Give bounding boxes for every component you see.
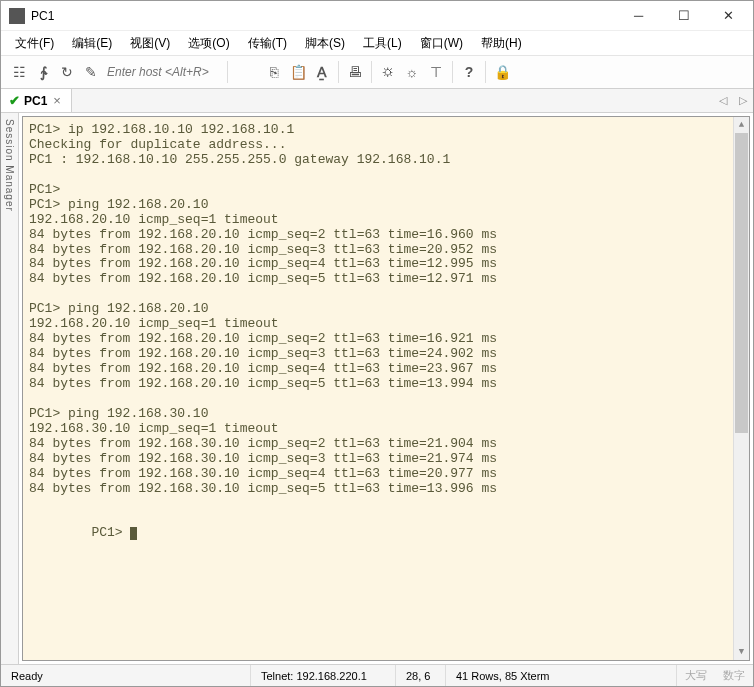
menu-script[interactable]: 脚本(S) bbox=[297, 33, 353, 54]
app-window: PC1 ─ ☐ ✕ 文件(F) 编辑(E) 视图(V) 选项(O) 传输(T) … bbox=[0, 0, 754, 687]
toolbar-separator bbox=[227, 61, 228, 83]
session-options-icon[interactable]: ☼ bbox=[400, 60, 424, 84]
session-manager-panel-tab[interactable]: Session Manager bbox=[1, 113, 19, 664]
status-terminal-info: 41 Rows, 85 Xterm bbox=[446, 665, 677, 686]
tab-label: PC1 bbox=[24, 94, 47, 108]
copy-icon[interactable]: ⎘ bbox=[262, 60, 286, 84]
paste-icon[interactable]: 📋 bbox=[286, 60, 310, 84]
menu-transfer[interactable]: 传输(T) bbox=[240, 33, 295, 54]
close-button[interactable]: ✕ bbox=[706, 1, 751, 30]
connected-check-icon: ✔ bbox=[9, 93, 20, 108]
reconnect-icon[interactable]: ↻ bbox=[55, 60, 79, 84]
scrollbar[interactable]: ▲ ▼ bbox=[733, 117, 749, 660]
tab-scroll-left-icon[interactable]: ◁ bbox=[713, 89, 733, 112]
session-tab[interactable]: ✔ PC1 × bbox=[1, 89, 72, 112]
toolbar-separator bbox=[338, 61, 339, 83]
toolbar: ☷ ∱ ↻ ✎ ⎘ 📋 A̱ 🖶 ⛭ ☼ ⊤ ? 🔒 bbox=[1, 55, 753, 89]
toolbar-separator bbox=[452, 61, 453, 83]
menubar: 文件(F) 编辑(E) 视图(V) 选项(O) 传输(T) 脚本(S) 工具(L… bbox=[1, 31, 753, 55]
lock-icon[interactable]: 🔒 bbox=[490, 60, 514, 84]
properties-icon[interactable]: ⛭ bbox=[376, 60, 400, 84]
terminal-wrap: PC1> ip 192.168.10.10 192.168.10.1 Check… bbox=[19, 113, 753, 664]
menu-window[interactable]: 窗口(W) bbox=[412, 33, 471, 54]
toolbar-separator bbox=[485, 61, 486, 83]
window-title: PC1 bbox=[31, 9, 616, 23]
menu-tools[interactable]: 工具(L) bbox=[355, 33, 410, 54]
menu-help[interactable]: 帮助(H) bbox=[473, 33, 530, 54]
status-num: 数字 bbox=[715, 668, 753, 683]
titlebar[interactable]: PC1 ─ ☐ ✕ bbox=[1, 1, 753, 31]
status-connection: Telnet: 192.168.220.1 bbox=[251, 665, 396, 686]
terminal[interactable]: PC1> ip 192.168.10.10 192.168.10.1 Check… bbox=[22, 116, 750, 661]
menu-view[interactable]: 视图(V) bbox=[122, 33, 178, 54]
quick-connect-icon[interactable]: ∱ bbox=[31, 60, 55, 84]
toolbar-separator bbox=[371, 61, 372, 83]
status-ready: Ready bbox=[1, 665, 251, 686]
scroll-up-icon[interactable]: ▲ bbox=[734, 117, 749, 133]
status-caps: 大写 bbox=[677, 668, 715, 683]
minimize-button[interactable]: ─ bbox=[616, 1, 661, 30]
find-icon[interactable]: A̱ bbox=[310, 60, 334, 84]
host-input[interactable] bbox=[103, 62, 223, 82]
menu-options[interactable]: 选项(O) bbox=[180, 33, 237, 54]
help-icon[interactable]: ? bbox=[457, 60, 481, 84]
terminal-cursor bbox=[130, 527, 137, 540]
menu-file[interactable]: 文件(F) bbox=[7, 33, 62, 54]
tab-spacer bbox=[72, 89, 713, 112]
maximize-button[interactable]: ☐ bbox=[661, 1, 706, 30]
tab-close-icon[interactable]: × bbox=[51, 93, 63, 108]
tabbar: ✔ PC1 × ◁ ▷ bbox=[1, 89, 753, 113]
key-icon[interactable]: ⊤ bbox=[424, 60, 448, 84]
scroll-thumb[interactable] bbox=[735, 133, 748, 433]
tab-scroll-right-icon[interactable]: ▷ bbox=[733, 89, 753, 112]
body-area: Session Manager PC1> ip 192.168.10.10 19… bbox=[1, 113, 753, 664]
print-icon[interactable]: 🖶 bbox=[343, 60, 367, 84]
window-controls: ─ ☐ ✕ bbox=[616, 1, 751, 30]
statusbar: Ready Telnet: 192.168.220.1 28, 6 41 Row… bbox=[1, 664, 753, 686]
scroll-down-icon[interactable]: ▼ bbox=[734, 644, 749, 660]
status-position: 28, 6 bbox=[396, 665, 446, 686]
app-icon bbox=[9, 8, 25, 24]
disconnect-icon[interactable]: ✎ bbox=[79, 60, 103, 84]
menu-edit[interactable]: 编辑(E) bbox=[64, 33, 120, 54]
session-manager-icon[interactable]: ☷ bbox=[7, 60, 31, 84]
